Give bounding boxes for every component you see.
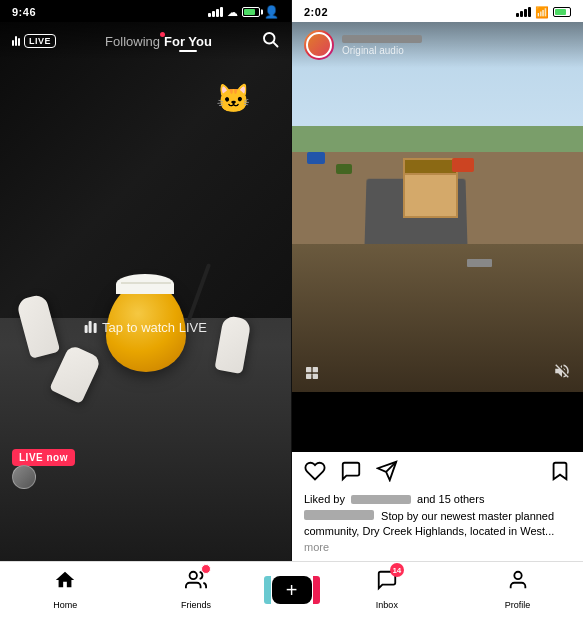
right-battery-icon: [553, 7, 571, 17]
right-header: Original audio: [292, 22, 583, 68]
cat-sticker: 🐱: [216, 82, 251, 115]
instagram-avatar[interactable]: [304, 30, 334, 60]
finger-right: [215, 315, 252, 374]
left-battery-icon: [242, 7, 260, 17]
left-panel: LIVE Following For You: [0, 22, 291, 561]
inbox-icon: 14: [376, 569, 398, 597]
building-frame: [403, 158, 458, 218]
audio-label: Original audio: [342, 45, 422, 56]
left-status-icons: ☁ 👤: [208, 5, 279, 19]
vehicle-1: [307, 152, 325, 164]
roof: [405, 160, 456, 175]
user-text: Original audio: [342, 35, 422, 56]
nav-profile[interactable]: Profile: [452, 569, 583, 610]
svg-rect-3: [313, 367, 318, 372]
tap-to-watch-label[interactable]: Tap to watch LIVE: [84, 320, 207, 335]
nav-tabs: Following For You: [105, 34, 212, 49]
finger-thumb: [49, 344, 102, 404]
egg-cap: [116, 274, 174, 294]
svg-rect-2: [306, 367, 311, 372]
ig-actions-left: [304, 460, 398, 487]
vehicle-2: [452, 158, 474, 172]
left-header: LIVE Following For You: [0, 22, 291, 60]
nav-add[interactable]: +: [262, 576, 322, 604]
left-wifi-icon: ☁: [227, 6, 238, 19]
add-button[interactable]: +: [272, 576, 312, 604]
construction-video: [292, 22, 583, 392]
left-video-content[interactable]: 🐱: [0, 22, 291, 561]
ig-username[interactable]: [342, 35, 422, 43]
right-video-container[interactable]: Original audio: [292, 22, 583, 392]
more-link[interactable]: more: [304, 541, 329, 553]
bookmark-icon[interactable]: [549, 460, 571, 487]
search-button[interactable]: [261, 30, 279, 52]
heart-icon[interactable]: [304, 460, 326, 487]
user-avatar-strip: [12, 465, 36, 489]
live-badge: LIVE now: [12, 449, 75, 466]
left-person-icon: 👤: [264, 5, 279, 19]
live-logo: LIVE: [12, 34, 56, 48]
right-bottom: Liked by and 15 others Stop by our newes…: [292, 452, 583, 561]
caption-row: Stop by our newest master planned commun…: [304, 509, 571, 555]
left-time: 9:46: [12, 6, 36, 18]
profile-icon: [507, 569, 529, 597]
svg-line-1: [273, 42, 277, 46]
tab-following[interactable]: Following: [105, 34, 160, 49]
friends-badge: [201, 564, 211, 574]
comment-icon[interactable]: [340, 460, 362, 487]
avatar-inner: [306, 32, 332, 58]
vehicle-3: [336, 164, 352, 174]
profile-label: Profile: [505, 600, 531, 610]
svg-rect-5: [313, 374, 318, 379]
ig-actions-row: [304, 460, 571, 487]
inbox-badge: 14: [390, 563, 404, 577]
live-logo-text: LIVE: [24, 34, 56, 48]
right-time: 2:02: [304, 6, 328, 18]
right-signal-icon: [516, 7, 531, 17]
nav-home[interactable]: Home: [0, 569, 131, 610]
nav-friends[interactable]: Friends: [131, 569, 262, 610]
tab-for-you[interactable]: For You: [164, 34, 212, 49]
svg-point-8: [190, 572, 197, 579]
layout-icon[interactable]: [304, 365, 320, 384]
right-status-icons: 📶: [516, 6, 571, 19]
friends-icon: [185, 569, 207, 597]
friends-label: Friends: [181, 600, 211, 610]
likes-username-placeholder: [351, 495, 411, 504]
home-label: Home: [53, 600, 77, 610]
svg-rect-4: [306, 374, 311, 379]
bottom-nav: Home Friends + 14 Inbox: [0, 561, 583, 621]
home-icon: [54, 569, 76, 597]
nav-inbox[interactable]: 14 Inbox: [322, 569, 453, 610]
svg-point-9: [514, 572, 521, 579]
mute-icon[interactable]: [553, 362, 571, 384]
share-icon[interactable]: [376, 460, 398, 487]
left-signal-icon: [208, 7, 223, 17]
plus-icon: +: [286, 580, 298, 600]
right-panel: Original audio: [291, 22, 583, 561]
likes-row: Liked by and 15 others: [304, 493, 571, 505]
tap-bars-icon: [84, 321, 96, 333]
live-bars-icon: [12, 36, 20, 46]
user-avatar-small: [12, 465, 36, 489]
vehicle-4: [467, 259, 492, 267]
inbox-label: Inbox: [376, 600, 398, 610]
right-wifi-icon: 📶: [535, 6, 549, 19]
caption-username-placeholder: [304, 510, 374, 520]
right-user-info: Original audio: [304, 30, 422, 60]
dirt-area: [292, 244, 583, 392]
